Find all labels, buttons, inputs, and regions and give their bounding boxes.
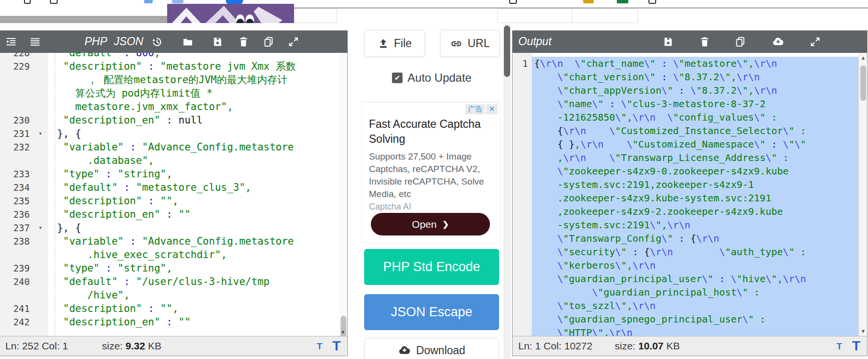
code-row: "description_en" : "" — [48, 208, 347, 221]
ad-title[interactable]: Fast Accurate Captcha Solving — [369, 117, 489, 147]
output-row: \"kerberos\",\r\n — [532, 259, 858, 272]
output-status-bar: Ln: 1 Col: 10272 size: 10.07 KB T T — [513, 336, 867, 356]
output-row: ,\r\n \"Transwarp_License_Address\" : — [532, 151, 858, 164]
output-row: {\r\n \"chart_name\" : \"metastore\",\r\… — [532, 57, 858, 70]
output-row: .zookeeper-s4zx9.kube-system.svc:2191 — [532, 191, 858, 205]
output-title: Output — [518, 35, 551, 48]
line-number: 234 — [0, 181, 48, 194]
banner-image[interactable] — [167, 4, 294, 23]
line-number: 229 — [0, 60, 48, 73]
output-row: -system.svc:2191\",\r\n — [532, 218, 858, 232]
output-row: \"Transwarp_Config\" : {\r\n — [532, 232, 858, 245]
code-row: "default" : "/user/clus-3-hive/tmp — [48, 275, 347, 288]
trash-icon[interactable] — [238, 36, 249, 48]
save-icon[interactable] — [662, 36, 674, 48]
code-area[interactable]: "default" : 800, "description" : "metast… — [48, 53, 347, 336]
line-number: 241 — [0, 302, 48, 315]
code-row: "type" : "string", — [48, 167, 347, 181]
link-icon — [450, 38, 463, 50]
scrollbar-track[interactable]: ▲ ▼ — [858, 53, 867, 336]
expand-icon[interactable] — [809, 36, 821, 48]
line-number: 242 — [0, 315, 48, 329]
fold-caret-icon[interactable]: ▾ — [38, 127, 42, 140]
scrollbar-track[interactable] — [339, 53, 347, 336]
font-decrease-icon[interactable]: T — [836, 341, 842, 352]
output-row: ,zookeeper-s4zx9-2.zookeeper-s4zx9.kube — [532, 205, 858, 218]
output-row: \"name\" : \"clus-3-metastore-8-37-2 — [532, 97, 858, 111]
output-editor[interactable]: 1 {\r\n \"chart_name\" : \"metastore\",\… — [513, 53, 867, 336]
auto-update-row: ✔ Auto Update — [364, 71, 500, 85]
code-row: .database", — [48, 154, 347, 167]
code-row: /hive", — [48, 288, 347, 302]
line-number — [0, 73, 48, 87]
auto-update-label: Auto Update — [407, 71, 471, 85]
tab-php[interactable]: PHP — [85, 35, 107, 48]
toolbar-cell — [497, 9, 572, 23]
copy-icon[interactable] — [734, 36, 746, 48]
app-root: PHP JSON 228229230231▾23223323 — [0, 0, 868, 359]
expand-icon[interactable] — [288, 36, 299, 48]
line-number: 231▾ — [0, 127, 48, 140]
menu-icon[interactable] — [29, 36, 41, 48]
upload-icon — [378, 38, 389, 50]
code-row: "description" : "", — [48, 302, 347, 315]
scrollbar-thumb[interactable] — [504, 25, 510, 77]
trash-icon[interactable] — [699, 36, 710, 48]
line-number-gutter: 1 — [513, 53, 532, 336]
divider — [0, 16, 168, 23]
font-increase-icon[interactable]: T — [852, 338, 860, 354]
output-row: \"chart_appVersion\" : \"8.37.2\",\r\n — [532, 84, 858, 97]
font-increase-icon[interactable]: T — [332, 338, 341, 354]
url-load-button[interactable]: URL — [440, 30, 500, 57]
indent-icon[interactable] — [5, 36, 17, 48]
ad-close-icon[interactable]: ✕ — [486, 104, 498, 114]
json-escape-button[interactable]: JSON Escape — [364, 294, 499, 330]
code-row: "description" : "metastore jvm Xmx 系数 — [48, 60, 347, 73]
font-decrease-icon[interactable]: T — [317, 341, 322, 352]
file-size: size: 10.07 KB — [615, 340, 680, 352]
history-icon[interactable] — [151, 36, 163, 48]
code-row: "description" : "", — [48, 194, 347, 208]
code-row: metastore.jvm_xmx_factor", — [48, 100, 347, 113]
code-editor[interactable]: 228229230231▾232233234235236237▾23823924… — [0, 53, 347, 336]
fold-caret-icon[interactable]: ▾ — [38, 221, 42, 235]
output-row: \"zookeeper-s4zx9-0.zookeeper-s4zx9.kube — [532, 164, 858, 178]
url-button-label: URL — [467, 37, 489, 50]
output-row: \"guardian_principal_host\" : — [532, 285, 858, 299]
scrollbar-down-icon[interactable]: ▼ — [340, 329, 346, 335]
ad-open-button[interactable]: Open❯ — [371, 213, 490, 235]
line-number: 233 — [0, 167, 48, 181]
editor-toolbar: PHP JSON — [0, 31, 347, 53]
chevron-right-icon: ❯ — [442, 220, 449, 229]
editor-panel: PHP JSON 228229230231▾23223323 — [0, 30, 348, 356]
file-upload-button[interactable]: File — [364, 30, 425, 57]
scrollbar-thumb[interactable] — [860, 65, 866, 101]
line-number — [0, 87, 48, 100]
output-row: -121625850\",\r\n \"config_values\" : — [532, 111, 858, 124]
tab-json[interactable]: JSON — [114, 35, 143, 48]
bookmark-icon — [648, 0, 656, 4]
cloud-download-icon[interactable] — [772, 36, 783, 48]
browser-top-strip — [0, 0, 868, 8]
bookmark-icon — [172, 0, 183, 3]
output-row: { },\r\n \"Customized_Namespace\" : \"\" — [532, 137, 858, 151]
editor-status-bar: Ln: 252 Col: 1 size: 9.32 KB T T — [0, 336, 347, 356]
save-icon[interactable] — [212, 36, 223, 48]
folder-open-icon[interactable] — [182, 36, 194, 48]
line-number: 1 — [513, 57, 528, 70]
output-toolbar: Output — [513, 31, 867, 53]
output-row: -system.svc:2191,zookeeper-s4zx9-1 — [532, 178, 858, 191]
scrollbar-track[interactable] — [503, 24, 511, 359]
auto-update-checkbox[interactable]: ✔ — [392, 73, 403, 83]
php-std-encode-button[interactable]: PHP Std Encode — [364, 249, 499, 285]
ad-brand: Captcha AI — [369, 202, 411, 212]
bookmark-icon — [50, 0, 58, 4]
code-row: "variable" : "Advance_Config.metastore — [48, 235, 347, 248]
line-number: 230 — [0, 113, 48, 127]
copy-icon[interactable] — [263, 36, 274, 48]
download-button[interactable]: Download — [364, 338, 499, 359]
scrollbar-up-icon[interactable]: ▲ — [859, 55, 868, 61]
scrollbar-down-icon[interactable]: ▼ — [859, 328, 868, 334]
code-row: "variable" : "Advance_Config.metastore — [48, 140, 347, 154]
output-code-area[interactable]: {\r\n \"chart_name\" : \"metastore\",\r\… — [532, 53, 858, 336]
